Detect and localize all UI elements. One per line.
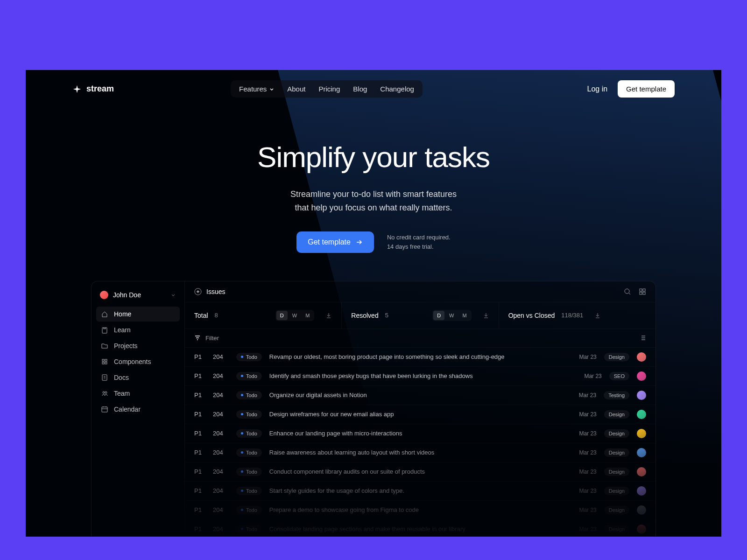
user-switcher[interactable]: John Doe xyxy=(96,288,180,302)
sidebar-item-label: Projects xyxy=(114,342,138,350)
priority: P1 xyxy=(194,487,205,494)
issue-title: Revamp our oldest, most boring product p… xyxy=(269,353,572,360)
filter-label[interactable]: Filter xyxy=(205,335,219,342)
stat-value: 118/381 xyxy=(561,312,583,319)
issue-id: 204 xyxy=(213,487,229,494)
assignee-avatar xyxy=(637,410,646,419)
issue-tag: Design xyxy=(604,487,629,495)
user-name: John Doe xyxy=(113,291,141,299)
sidebar: John Doe HomeLearnProjectsComponentsDocs… xyxy=(92,281,185,537)
issue-row[interactable]: P1204TodoRevamp our oldest, most boring … xyxy=(185,348,655,367)
time-segment[interactable]: DWM xyxy=(275,310,315,321)
issue-id: 204 xyxy=(213,353,229,360)
issue-tag: Testing xyxy=(604,391,629,399)
assignee-avatar xyxy=(637,448,646,457)
status-pill: Todo xyxy=(236,391,262,399)
issue-title: Organize our digital assets in Notion xyxy=(269,392,571,399)
nav-pricing[interactable]: Pricing xyxy=(318,85,340,93)
nav-features[interactable]: Features xyxy=(239,85,274,93)
time-segment[interactable]: DWM xyxy=(432,310,472,321)
plus-circle-icon[interactable] xyxy=(194,288,202,295)
priority: P1 xyxy=(194,430,205,437)
nav-blog[interactable]: Blog xyxy=(353,85,367,93)
list-icon[interactable] xyxy=(640,335,646,341)
status-pill: Todo xyxy=(236,353,262,361)
priority: P1 xyxy=(194,468,205,475)
grid-icon[interactable] xyxy=(639,288,646,295)
issue-id: 204 xyxy=(213,506,229,513)
issue-tag: Design xyxy=(604,525,629,533)
issue-row[interactable]: P1204TodoConsolidate landing page sectio… xyxy=(185,520,655,537)
issue-tag: Design xyxy=(604,506,629,514)
issue-row[interactable]: P1204TodoIdentify and smash those pesky … xyxy=(185,367,655,386)
avatar xyxy=(100,291,108,299)
filter-row: Filter xyxy=(185,329,655,348)
calendar-icon xyxy=(101,406,108,413)
login-link[interactable]: Log in xyxy=(587,85,608,93)
svg-rect-11 xyxy=(640,289,642,291)
sidebar-item-label: Team xyxy=(114,390,130,397)
team-icon xyxy=(101,390,108,397)
nav-changelog[interactable]: Changelog xyxy=(380,85,414,93)
status-pill: Todo xyxy=(236,525,262,533)
hero-note: No credit card required. 14 days free tr… xyxy=(387,233,451,251)
svg-rect-8 xyxy=(102,407,107,412)
issue-title: Conduct component library audits on our … xyxy=(269,468,572,475)
priority: P1 xyxy=(194,353,205,360)
sidebar-item-calendar[interactable]: Calendar xyxy=(96,402,180,417)
brand-logo[interactable]: stream xyxy=(72,84,114,94)
status-pill: Todo xyxy=(236,372,262,380)
download-icon[interactable] xyxy=(325,312,332,319)
issue-tag: Design xyxy=(604,448,629,457)
issue-date: Mar 23 xyxy=(579,469,596,475)
issue-title: Raise awareness about learning auto layo… xyxy=(269,449,572,456)
download-icon[interactable] xyxy=(483,312,489,319)
issue-row[interactable]: P1204TodoStart style guides for the usag… xyxy=(185,482,655,501)
nav-menu: Features About Pricing Blog Changelog xyxy=(231,80,423,98)
assignee-avatar xyxy=(637,505,646,515)
assignee-avatar xyxy=(637,486,646,496)
sidebar-item-learn[interactable]: Learn xyxy=(96,322,180,337)
sidebar-item-projects[interactable]: Projects xyxy=(96,338,180,353)
issue-date: Mar 23 xyxy=(579,411,596,418)
issue-title: Identify and smash those pesky bugs that… xyxy=(269,372,577,379)
issue-row[interactable]: P1204TodoDesign wireframes for our new e… xyxy=(185,405,655,424)
sidebar-item-docs[interactable]: Docs xyxy=(96,370,180,385)
priority: P1 xyxy=(194,449,205,456)
issue-id: 204 xyxy=(213,525,229,532)
assignee-avatar xyxy=(637,525,646,534)
filter-icon[interactable] xyxy=(194,335,201,341)
assignee-avatar xyxy=(637,467,646,476)
priority: P1 xyxy=(194,411,205,418)
issue-title: Prepare a demo to showcase going from Fi… xyxy=(269,506,572,513)
sidebar-item-team[interactable]: Team xyxy=(96,386,180,401)
issue-date: Mar 23 xyxy=(579,354,596,360)
status-pill: Todo xyxy=(236,410,262,419)
issue-id: 204 xyxy=(213,392,229,399)
stat-value: 5 xyxy=(385,312,388,319)
issue-row[interactable]: P1204TodoOrganize our digital assets in … xyxy=(185,386,655,405)
svg-rect-5 xyxy=(102,375,107,380)
sidebar-item-label: Components xyxy=(114,358,151,365)
svg-rect-3 xyxy=(102,362,104,364)
sidebar-item-home[interactable]: Home xyxy=(96,307,180,322)
issue-date: Mar 23 xyxy=(579,507,596,513)
issue-row[interactable]: P1204TodoConduct component library audit… xyxy=(185,462,655,482)
issue-tag: Design xyxy=(604,468,629,476)
svg-rect-12 xyxy=(643,289,645,291)
nav-about[interactable]: About xyxy=(287,85,305,93)
issue-row[interactable]: P1204TodoEnhance our landing page with m… xyxy=(185,424,655,443)
stat-open-vs-closed: Open vs Closed118/381 xyxy=(499,302,655,329)
download-icon[interactable] xyxy=(594,312,601,319)
svg-rect-13 xyxy=(640,292,642,294)
hero-cta-button[interactable]: Get template xyxy=(296,231,374,253)
issue-date: Mar 23 xyxy=(579,526,596,532)
get-template-button[interactable]: Get template xyxy=(618,80,675,98)
assignee-avatar xyxy=(637,391,646,400)
issue-date: Mar 23 xyxy=(579,430,596,437)
issue-row[interactable]: P1204TodoPrepare a demo to showcase goin… xyxy=(185,501,655,520)
search-icon[interactable] xyxy=(624,288,631,295)
issue-row[interactable]: P1204TodoRaise awareness about learning … xyxy=(185,443,655,462)
sidebar-item-components[interactable]: Components xyxy=(96,354,180,369)
stat-total: Total8DWM xyxy=(185,302,342,329)
